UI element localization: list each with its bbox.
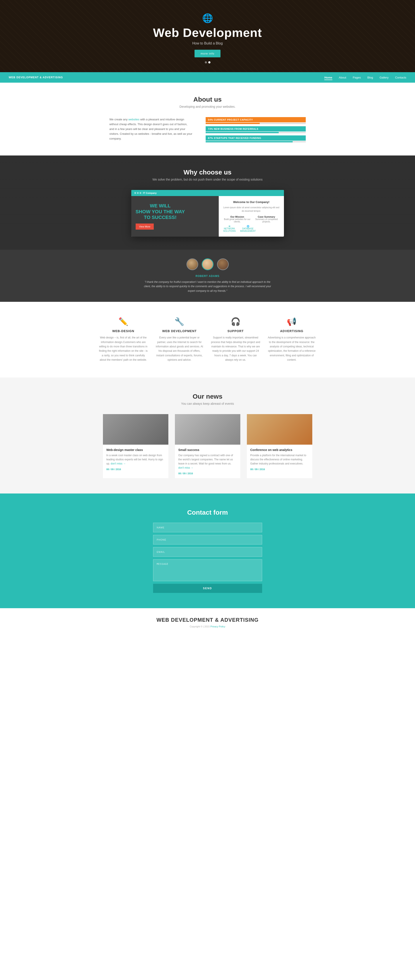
news-title: Our news	[9, 393, 406, 400]
bar-item-2: 73% NEW BUSINESS FROM REFERRALS	[206, 126, 305, 133]
about-section: About us Developing and promoting your w…	[0, 83, 415, 156]
mockup-mission-title: Our Mission	[223, 215, 251, 218]
service-webdev: 🔧 WEB DEVELOPMENT Every user like a pote…	[154, 317, 204, 362]
news-image-1	[103, 414, 169, 445]
news-card-text-3: Provide a platform for the international…	[250, 453, 309, 466]
testimonial-author: ROBERT ADAMS	[9, 275, 406, 278]
mockup-text-1: Lorem ipsum dolor sit amet consectetur a…	[223, 206, 279, 213]
mockup-right-panel: Welcome to Our Company! Lorem ipsum dolo…	[219, 196, 284, 237]
mockup-welcome-title: Welcome to Our Company!	[223, 200, 279, 204]
contact-section: Contact form SEND	[0, 493, 415, 608]
webdesign-text: Web design – is, first of all, the art o…	[99, 336, 148, 362]
testimonial-quote: "I thank the company for fruitful cooper…	[142, 280, 273, 293]
why-subtitle: We solve the problem, but do not push th…	[9, 178, 406, 181]
contact-email-input[interactable]	[153, 547, 262, 557]
hero-section: 🌐 Web Development How to Build a Blog mo…	[0, 0, 415, 72]
bar-label-1: 54% CURRENT PROJECT CAPACITY	[206, 117, 305, 123]
mockup-cta-button[interactable]: View More	[136, 224, 154, 230]
contact-phone-input[interactable]	[153, 535, 262, 544]
news-readmore-1[interactable]: don't miss →	[111, 462, 126, 465]
avatar-3[interactable]	[217, 258, 229, 270]
webdesign-icon: ✏️	[99, 317, 148, 326]
webdev-icon: 🔧	[154, 317, 204, 326]
webdev-title: WEB DEVELOPMENT	[154, 329, 204, 333]
support-title: SUPPORT	[211, 329, 261, 333]
support-icon: 🎧	[211, 317, 261, 326]
news-image-3	[247, 414, 312, 445]
nav-links: Home About Pages Blog Gallery Contacts	[324, 75, 406, 80]
contact-message-input[interactable]	[153, 559, 262, 581]
support-text: Support is really important, streamlined…	[211, 336, 261, 362]
mockup-case-text: Summary of completed projects.	[253, 218, 279, 223]
hero-dots	[205, 61, 210, 64]
service-support: 🎧 SUPPORT Support is really important, s…	[211, 317, 261, 362]
about-text: We create any websites with a pleasant a…	[110, 117, 193, 145]
bar-label-2: 73% NEW BUSINESS FROM REFERRALS	[206, 126, 305, 132]
footer-copy: Copyright © | 2015 Privacy Policy	[9, 625, 406, 628]
about-title: About us	[9, 96, 406, 103]
avatar-1[interactable]	[186, 258, 198, 270]
news-date-1: 08 / 09 / 2016	[107, 468, 165, 471]
contact-name-input[interactable]	[153, 523, 262, 532]
mockup-headline: WE WILL SHOW YOU THE WAY TO SUCCESS!	[136, 203, 185, 220]
news-card-1: Web-design master class In a week cool m…	[103, 414, 169, 479]
advertising-title: ADVERTISING	[267, 329, 316, 333]
news-card-text-1: In a week cool master class on web desig…	[107, 453, 165, 466]
website-mockup: IT Company WE WILL SHOW YOU THE WAY TO S…	[131, 190, 284, 237]
mockup-body: WE WILL SHOW YOU THE WAY TO SUCCESS! Vie…	[131, 196, 284, 237]
navbar: WEB DEVELOPMENT & ADVERTISING Home About…	[0, 72, 415, 83]
mockup-icon-2: 🌐DATABASEMANAGEMENT	[240, 225, 256, 232]
contact-form: SEND	[153, 523, 262, 593]
news-image-2	[175, 414, 240, 445]
mockup-left-panel: WE WILL SHOW YOU THE WAY TO SUCCESS! Vie…	[131, 196, 219, 237]
nav-about[interactable]: About	[339, 76, 346, 79]
news-card-title-1: Web-design master class	[107, 448, 165, 452]
globe-icon: 🌐	[202, 13, 213, 23]
contact-send-button[interactable]: SEND	[153, 584, 262, 593]
about-subtitle: Developing and promoting your websites.	[9, 105, 406, 108]
about-websites-link[interactable]: websites	[129, 118, 140, 121]
advertising-icon: 📢	[267, 317, 316, 326]
news-readmore-2[interactable]: don't miss →	[178, 466, 194, 469]
mockup-case-title: Case Summary	[253, 215, 279, 218]
bar-item-3: 87% STARTUPS THAT RECEIVED FUNDING	[206, 135, 305, 142]
contact-title: Contact form	[9, 509, 406, 516]
webdesign-title: WEB-DESIGN	[99, 329, 148, 333]
avatar-row	[9, 258, 406, 270]
privacy-policy-link[interactable]: Privacy Policy	[210, 625, 225, 628]
avatar-2[interactable]	[202, 258, 213, 270]
services-section: ✏️ WEB-DESIGN Web design – is, first of …	[0, 302, 415, 377]
mockup-header: IT Company	[131, 190, 284, 196]
mockup-mission-text: Build great websites for our clients.	[223, 218, 251, 223]
bar-label-3: 87% STARTUPS THAT RECEIVED FUNDING	[206, 135, 305, 141]
hero-dot-2[interactable]	[208, 61, 210, 64]
why-section: Why choose us We solve the problem, but …	[0, 156, 415, 250]
mockup-icon-1: 🖥NETWORKSOLUTIONS	[223, 225, 236, 232]
news-subtitle: You can always keep abreast of events	[9, 402, 406, 406]
hero-title: Web Development	[153, 25, 262, 40]
nav-pages[interactable]: Pages	[353, 76, 361, 79]
nav-contacts[interactable]: Contacts	[395, 76, 406, 79]
footer-brand: WEB DEVELOPMENT & ADVERTISING	[9, 617, 406, 623]
nav-brand: WEB DEVELOPMENT & ADVERTISING	[9, 76, 63, 79]
more-info-button[interactable]: more info	[194, 50, 221, 57]
mockup-mission: Our Mission Build great websites for our…	[223, 215, 279, 223]
news-card-2: Small success Our company has signed a c…	[175, 414, 240, 479]
news-card-text-2: Our company has signed a contract with o…	[178, 453, 237, 470]
hero-dot-1[interactable]	[205, 61, 207, 64]
nav-gallery[interactable]: Gallery	[380, 76, 389, 79]
mockup-icons-row: 🖥NETWORKSOLUTIONS 🌐DATABASEMANAGEMENT	[223, 225, 279, 232]
news-card-3: Conference on web analytics Provide a pl…	[247, 414, 312, 479]
nav-blog[interactable]: Blog	[367, 76, 373, 79]
nav-home[interactable]: Home	[324, 76, 332, 80]
mockup-brand: IT Company	[143, 192, 157, 194]
news-date-3: 08 / 09 / 2016	[250, 468, 309, 471]
service-webdesign: ✏️ WEB-DESIGN Web design – is, first of …	[99, 317, 148, 362]
news-date-2: 08 / 09 / 2016	[178, 472, 237, 475]
hero-subtitle: How to Build a Blog	[192, 41, 223, 45]
about-bars: 54% CURRENT PROJECT CAPACITY 73% NEW BUS…	[206, 117, 305, 145]
news-section: Our news You can always keep abreast of …	[0, 377, 415, 494]
why-title: Why choose us	[9, 169, 406, 176]
footer: WEB DEVELOPMENT & ADVERTISING Copyright …	[0, 608, 415, 632]
testimonials-section: ROBERT ADAMS "I thank the company for fr…	[0, 250, 415, 302]
